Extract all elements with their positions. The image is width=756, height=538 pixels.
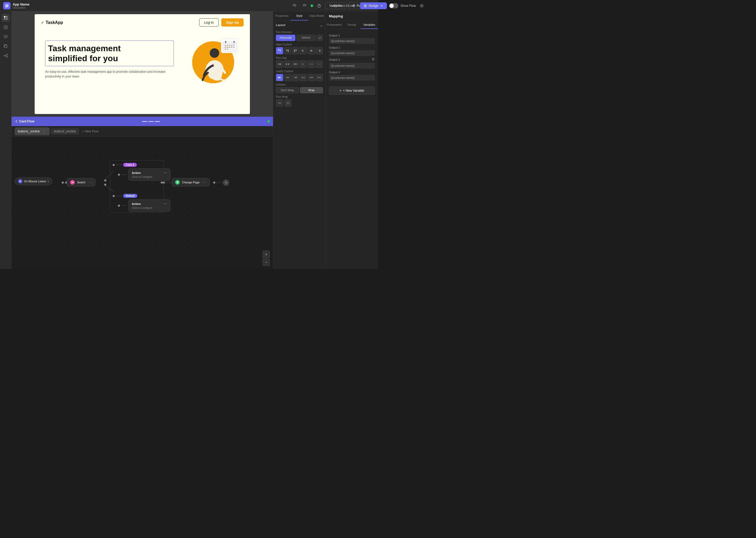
plus-icon: + — [340, 89, 342, 92]
parameters-tab[interactable]: Parameters — [326, 21, 343, 29]
add-circle-icon[interactable]: + — [223, 180, 229, 186]
main-layout: ✓ TaskApp Log In Sign Up Task management — [0, 12, 378, 269]
align-top-left[interactable] — [276, 47, 283, 54]
justify-start[interactable] — [276, 74, 283, 81]
svg-rect-10 — [4, 18, 6, 20]
properties-tab[interactable]: Properties — [273, 12, 291, 21]
gap-4[interactable] — [307, 60, 315, 68]
output3-delete-icon[interactable]: 🗑 — [372, 57, 375, 61]
trigger-pill[interactable]: On Mouse Leave ▾ — [15, 177, 52, 185]
flex-wrap-none[interactable] — [276, 99, 283, 107]
justify-space-between[interactable] — [300, 74, 307, 81]
direction-vertical-btn[interactable]: Vertical — [296, 35, 316, 41]
justify-space-around[interactable] — [307, 74, 315, 81]
canvas-preview: ✓ TaskApp Log In Sign Up Task management — [35, 14, 250, 114]
action-more-icon[interactable]: ⋯ — [163, 171, 167, 175]
gap-1[interactable] — [284, 60, 291, 68]
svg-rect-56 — [294, 49, 295, 52]
align-center[interactable] — [307, 47, 315, 54]
action-node-default[interactable]: Action ⋯ Click to Configure — [128, 199, 170, 212]
sidebar-add-icon[interactable] — [2, 23, 10, 31]
card-flow-back-button[interactable]: Card Flow — [15, 120, 34, 123]
justify-center[interactable] — [284, 74, 291, 81]
change-page-node[interactable]: Change Page ⋯ — [172, 178, 210, 187]
new-flow-button[interactable]: + New Flow — [80, 129, 101, 134]
dont-wrap-button[interactable]: Don't Wrap — [276, 87, 299, 93]
justify-content-label: Justify Content — [276, 70, 323, 73]
change-page-icon — [175, 180, 180, 185]
new-variable-button[interactable]: + + New Variable — [329, 86, 375, 95]
align-top-right[interactable] — [292, 47, 299, 54]
svg-rect-35 — [231, 47, 232, 48]
svg-rect-98 — [286, 102, 290, 103]
svg-rect-54 — [286, 49, 287, 51]
svg-rect-87 — [303, 77, 303, 78]
flow-tab-more-icon[interactable]: ⋮ — [41, 129, 46, 134]
sidebar-layers-icon[interactable] — [2, 32, 10, 41]
direction-horizontal-btn[interactable]: Horizontal — [276, 35, 295, 41]
align-top-center[interactable] — [284, 47, 291, 54]
help-icon[interactable] — [315, 2, 323, 10]
svg-point-22 — [210, 48, 219, 58]
align-content-grid — [276, 47, 323, 54]
svg-rect-37 — [225, 49, 226, 50]
gap-5[interactable] — [315, 60, 323, 68]
svg-rect-75 — [318, 64, 319, 65]
style-tab[interactable]: Style — [291, 12, 308, 21]
flow-canvas[interactable]: On Mouse Leave ▾ Switch ⋯ — [12, 136, 273, 269]
design-tab[interactable]: Design — [360, 2, 378, 9]
svg-rect-11 — [6, 18, 8, 20]
action-default-more-icon[interactable]: ⋯ — [163, 202, 167, 206]
svg-rect-91 — [311, 77, 311, 78]
svg-rect-27 — [225, 45, 226, 46]
sidebar-copy-icon[interactable] — [2, 42, 10, 50]
flow-tab-button2[interactable]: button2_onclick — [51, 128, 79, 134]
switch-node[interactable]: Switch ⋯ — [67, 178, 96, 187]
data-model-tab[interactable]: Data Model — [330, 2, 358, 9]
zoom-out-button[interactable]: − — [262, 258, 270, 266]
action-node-case1[interactable]: Action ⋯ Click to Configure — [128, 168, 170, 181]
add-node-button[interactable]: + — [223, 180, 229, 186]
sidebar-connect-icon[interactable] — [2, 51, 10, 60]
result-tab[interactable]: Result — [343, 21, 360, 29]
switch-icon — [70, 180, 75, 185]
outputs-section: Output 1 {{customer.name}} Output 2 {{cu… — [326, 29, 378, 83]
flow-tabs: button1_onclick ⋮ button2_onclick + New … — [12, 126, 273, 136]
svg-rect-80 — [286, 77, 287, 78]
justify-end[interactable] — [292, 74, 299, 81]
switch-node-container: Switch ⋯ — [67, 178, 96, 187]
gap-0[interactable] — [276, 60, 283, 68]
flex-direction-row: Horizontal Vertical ⇄ — [276, 35, 323, 41]
sidebar-home-icon[interactable] — [2, 14, 10, 22]
output3-label: Output 3 — [329, 58, 340, 61]
gap-2[interactable] — [292, 60, 299, 68]
preview-login-button[interactable]: Log In — [199, 19, 219, 27]
align-center-right[interactable] — [315, 47, 323, 54]
flow-tab-button1[interactable]: button1_onclick ⋮ — [15, 128, 50, 135]
svg-rect-61 — [310, 50, 312, 51]
flex-wrap-wrap[interactable] — [284, 99, 292, 107]
change-page-pill[interactable]: Change Page ⋯ — [172, 178, 210, 187]
svg-rect-74 — [311, 64, 313, 65]
switch-more-icon[interactable]: ⋯ — [88, 180, 92, 185]
undo-button[interactable] — [291, 2, 299, 10]
preview-signup-button[interactable]: Sign Up — [221, 19, 244, 27]
flex-gap-grid — [276, 60, 323, 68]
svg-point-18 — [7, 56, 8, 57]
data-model-tab-right[interactable]: Data Model — [308, 12, 325, 21]
wrap-button[interactable]: Wrap — [300, 87, 323, 93]
flex-direction-label: Flex Direction — [276, 31, 323, 34]
flex-swap-button[interactable]: ⇄ — [316, 35, 323, 41]
variables-tab[interactable]: Variables — [361, 21, 378, 29]
redo-button[interactable] — [301, 2, 308, 10]
justify-space-evenly[interactable] — [315, 74, 323, 81]
canvas-area: ✓ TaskApp Log In Sign Up Task management — [12, 12, 273, 117]
output4-value: {{customer.name}} — [329, 75, 375, 81]
align-center-left[interactable] — [300, 47, 307, 54]
gap-3[interactable] — [300, 60, 307, 68]
trigger-chevron-icon[interactable]: ▾ — [48, 180, 49, 183]
svg-point-17 — [7, 54, 8, 55]
zoom-in-button[interactable]: + — [262, 250, 270, 258]
case1-group: Case 1 Action ⋯ Click to Configure — [113, 163, 170, 181]
change-page-more-icon[interactable]: ⋯ — [203, 180, 206, 185]
